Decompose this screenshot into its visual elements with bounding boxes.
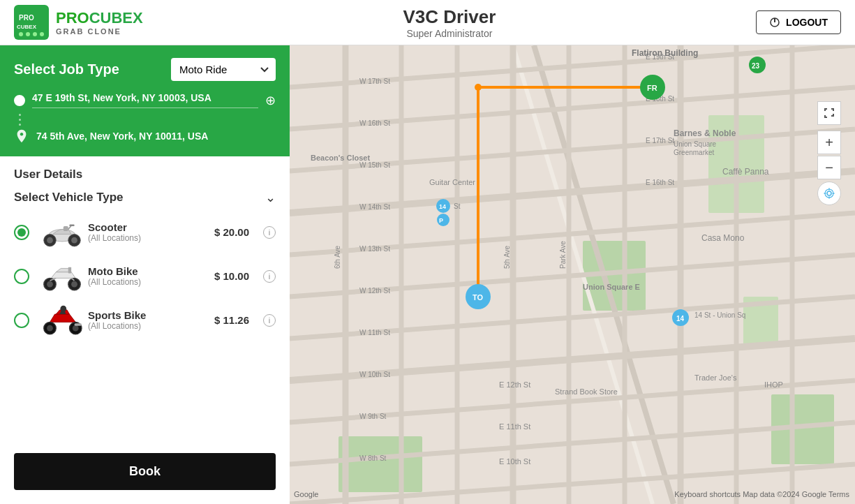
svg-point-28 (73, 325, 79, 332)
white-section: User Details Select Vehicle Type ⌄ (0, 156, 290, 453)
header-subtitle: Super Administrator (403, 28, 496, 39)
svg-point-5 (33, 32, 37, 36)
svg-text:W 10th St: W 10th St (359, 371, 390, 378)
svg-point-104 (475, 84, 482, 91)
vehicle-option-scooter[interactable]: Scooter (All Locations) $ 20.00 i (14, 216, 276, 248)
svg-point-6 (40, 32, 44, 36)
svg-text:14 St - Union Sq: 14 St - Union Sq (694, 311, 745, 319)
svg-text:6th Ave: 6th Ave (334, 245, 341, 269)
vehicle-option-motobike[interactable]: Moto Bike (All Locations) $ 10.00 i (14, 260, 276, 292)
zoom-in-button[interactable]: + (817, 131, 841, 154)
svg-text:Caffè Panna: Caffè Panna (722, 167, 769, 177)
svg-text:P: P (439, 217, 443, 224)
svg-rect-34 (339, 436, 422, 492)
svg-text:W 13th St: W 13th St (359, 245, 390, 253)
radio-sportsbike[interactable] (14, 313, 29, 328)
map-terms: Keyboard shortcuts Map data ©2024 Google… (674, 490, 849, 498)
svg-point-26 (47, 325, 53, 332)
sportsbike-sub: (All Locations) (88, 321, 206, 331)
dropoff-row: 74 5th Ave, New York, NY 10011, USA (14, 128, 276, 144)
locate-button[interactable] (817, 181, 841, 205)
svg-point-19 (47, 281, 53, 288)
svg-text:5th Ave: 5th Ave (503, 245, 511, 269)
svg-text:Beacon's Closet: Beacon's Closet (311, 154, 370, 162)
svg-text:St: St (454, 202, 461, 210)
svg-text:14: 14 (439, 203, 446, 210)
job-type-select[interactable]: Moto Ride Moto Delivery Taxi (171, 58, 276, 81)
logo-icon: PRO CUBEX (14, 5, 49, 40)
svg-text:E 16th St: E 16th St (646, 179, 674, 186)
svg-text:E 17th St: E 17th St (646, 137, 674, 144)
svg-text:Barnes & Noble: Barnes & Noble (674, 128, 736, 138)
fullscreen-button[interactable] (817, 101, 841, 125)
sportsbike-info: Sports Bike (All Locations) (88, 309, 206, 331)
svg-rect-29 (75, 323, 82, 326)
svg-text:W 15th St: W 15th St (359, 161, 390, 169)
svg-rect-17 (68, 267, 71, 274)
pickup-locate-icon[interactable]: ⊕ (265, 93, 276, 108)
motobike-sub: (All Locations) (88, 277, 206, 287)
sportsbike-image (38, 304, 80, 336)
job-type-label: Select Job Type (14, 61, 119, 77)
svg-text:E 10th St: E 10th St (499, 457, 530, 466)
svg-point-12 (47, 237, 53, 244)
svg-text:14: 14 (676, 315, 685, 323)
user-details-title: User Details (14, 168, 276, 181)
svg-point-3 (19, 32, 23, 36)
map-container: W 17th St W 16th St W 15th St W 14th St … (290, 45, 855, 504)
svg-point-4 (26, 32, 30, 36)
svg-text:Strand Book Store: Strand Book Store (555, 387, 618, 396)
svg-text:W 17th St: W 17th St (359, 77, 390, 85)
sidebar: Select Job Type Moto Ride Moto Delivery … (0, 45, 290, 504)
svg-text:W 8th St: W 8th St (359, 454, 387, 462)
svg-text:W 14th St: W 14th St (359, 203, 390, 211)
svg-text:CUBEX: CUBEX (17, 24, 37, 30)
radio-scooter[interactable] (14, 225, 29, 240)
header-center: V3C Driver Super Administrator (403, 6, 496, 39)
pickup-row: 47 E 19th St, New York, NY 10003, USA ⊕ (14, 92, 276, 108)
svg-text:Greenmarket: Greenmarket (674, 149, 715, 156)
svg-rect-16 (70, 224, 75, 226)
sportsbike-info-icon[interactable]: i (263, 314, 276, 327)
svg-text:Union Square: Union Square (674, 140, 717, 148)
motobike-info: Moto Bike (All Locations) (88, 265, 206, 287)
scooter-sub: (All Locations) (88, 233, 206, 243)
pickup-address: 47 E 19th St, New York, NY 10003, USA (32, 92, 258, 108)
google-logo: Google (294, 490, 318, 498)
svg-text:E 11th St: E 11th St (499, 422, 530, 431)
motobike-info-icon[interactable]: i (263, 270, 276, 283)
logout-button[interactable]: LOGOUT (756, 10, 841, 34)
map-zoom-controls: + − (817, 101, 841, 179)
svg-point-21 (71, 281, 77, 288)
pickup-dot (14, 95, 25, 106)
svg-text:PRO: PRO (19, 14, 34, 22)
svg-rect-10 (64, 226, 68, 231)
scooter-image (38, 216, 80, 248)
motobike-price: $ 10.00 (214, 270, 249, 282)
svg-text:W 9th St: W 9th St (359, 413, 387, 420)
svg-point-105 (827, 191, 831, 195)
sportsbike-name: Sports Bike (88, 309, 206, 321)
svg-text:E 12th St: E 12th St (499, 380, 530, 389)
scooter-info-icon[interactable]: i (263, 226, 276, 239)
locate-icon (823, 187, 835, 200)
dest-icon (14, 128, 29, 144)
book-button[interactable]: Book (14, 453, 276, 490)
dropoff-address: 74 5th Ave, New York, NY 10011, USA (36, 131, 276, 142)
radio-motobike[interactable] (14, 269, 29, 284)
sportsbike-price: $ 11.26 (214, 314, 249, 326)
svg-text:TO: TO (473, 293, 484, 302)
svg-text:Park Ave: Park Ave (559, 241, 567, 269)
svg-text:W 12th St: W 12th St (359, 287, 390, 295)
svg-point-14 (71, 237, 77, 244)
job-type-row: Select Job Type Moto Ride Moto Delivery … (14, 58, 276, 81)
zoom-out-button[interactable]: − (817, 156, 841, 179)
map-svg: W 17th St W 16th St W 15th St W 14th St … (290, 45, 855, 504)
svg-text:W 11th St: W 11th St (359, 329, 390, 336)
radio-inner-scooter (17, 228, 26, 237)
logo-sub: GRAB CLONE (56, 27, 143, 36)
vehicle-type-header[interactable]: Select Vehicle Type ⌄ (14, 190, 276, 205)
vehicle-option-sportsbike[interactable]: Sports Bike (All Locations) $ 11.26 i (14, 304, 276, 336)
chevron-down-icon: ⌄ (265, 190, 276, 205)
motobike-name: Moto Bike (88, 265, 206, 277)
